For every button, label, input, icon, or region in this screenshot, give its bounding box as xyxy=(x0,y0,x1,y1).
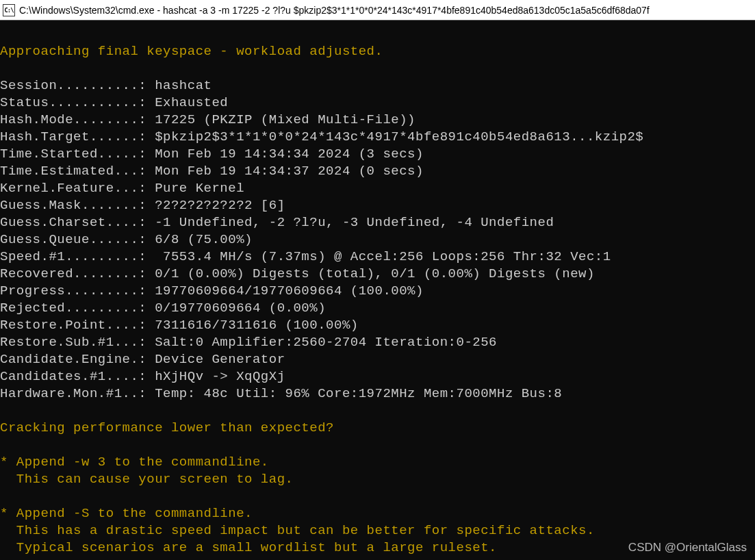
watermark: CSDN @OrientalGlass xyxy=(628,539,747,556)
status-row: Time.Estimated...: Mon Feb 19 14:34:37 2… xyxy=(0,164,424,179)
window-title-bar[interactable]: C:\ C:\Windows\System32\cmd.exe - hashca… xyxy=(0,0,755,21)
status-row: Hardware.Mon.#1..: Temp: 48c Util: 96% C… xyxy=(0,386,562,401)
status-row: Restore.Point....: 7311616/7311616 (100.… xyxy=(0,318,359,333)
status-row: Kernel.Feature...: Pure Kernel xyxy=(0,181,244,196)
terminal-output: Approaching final keyspace - workload ad… xyxy=(0,21,755,560)
tip-bullet: * Append -S to the commandline. xyxy=(0,506,253,521)
status-row: Speed.#1.........: 7553.4 MH/s (7.37ms) … xyxy=(0,249,611,264)
cmd-icon: C:\ xyxy=(3,4,15,16)
window-title: C:\Windows\System32\cmd.exe - hashcat -a… xyxy=(19,5,650,16)
status-row: Rejected.........: 0/19770609664 (0.00%) xyxy=(0,301,326,316)
status-row: Candidate.Engine.: Device Generator xyxy=(0,352,285,367)
tip-bullet: * Append -w 3 to the commandline. xyxy=(0,455,269,470)
status-row: Time.Started.....: Mon Feb 19 14:34:34 2… xyxy=(0,147,424,162)
banner-line: Approaching final keyspace - workload ad… xyxy=(0,44,383,59)
tip-line: This can cause your screen to lag. xyxy=(0,472,293,487)
status-row: Status...........: Exhausted xyxy=(0,95,228,110)
status-row: Guess.Queue......: 6/8 (75.00%) xyxy=(0,232,253,247)
tip-line: This has a drastic speed impact but can … xyxy=(0,523,595,538)
status-row: Session..........: hashcat xyxy=(0,78,212,93)
status-row: Recovered........: 0/1 (0.00%) Digests (… xyxy=(0,266,595,281)
status-row: Restore.Sub.#1...: Salt:0 Amplifier:2560… xyxy=(0,335,497,350)
status-row: Guess.Mask.......: ?2?2?2?2?2?2 [6] xyxy=(0,198,285,213)
status-block: Session..........: hashcat Status.......… xyxy=(0,77,755,403)
status-row: Hash.Target......: $pkzip2$3*1*1*0*0*24*… xyxy=(0,129,643,144)
status-row: Guess.Charset....: -1 Undefined, -2 ?l?u… xyxy=(0,215,554,230)
status-row: Progress.........: 19770609664/197706096… xyxy=(0,283,424,298)
perf-header: Cracking performance lower than expected… xyxy=(0,420,334,435)
tip-line: Typical scenarios are a small wordlist b… xyxy=(0,540,497,555)
status-row: Hash.Mode........: 17225 (PKZIP (Mixed M… xyxy=(0,112,415,127)
status-row: Candidates.#1....: hXjHQv -> XqQgXj xyxy=(0,369,285,384)
